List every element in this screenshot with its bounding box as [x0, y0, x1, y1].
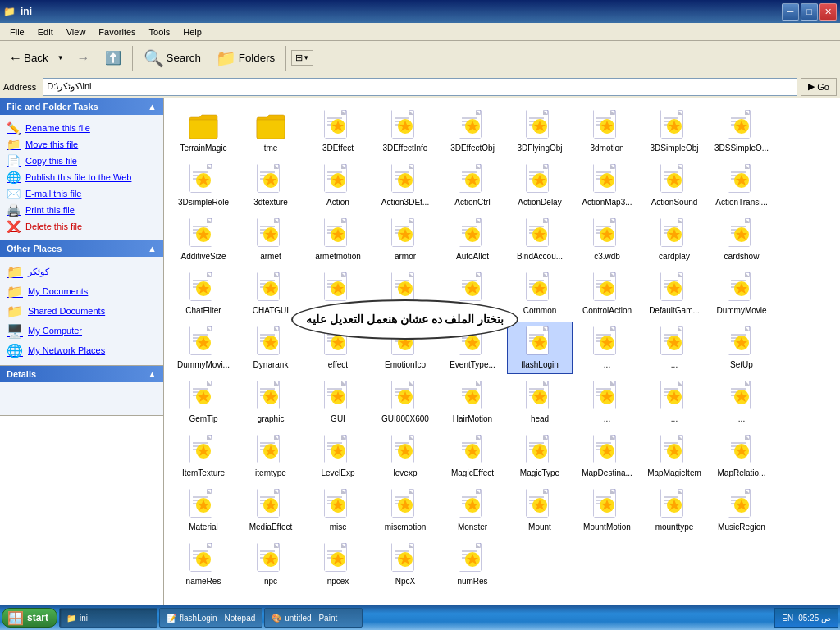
- places-item-my-documents[interactable]: 📁 My Documents: [3, 281, 160, 301]
- file-item[interactable]: Common: [507, 267, 573, 320]
- details-header[interactable]: Details ▲: [0, 366, 163, 382]
- file-item[interactable]: miscmotion: [372, 484, 438, 536]
- file-item[interactable]: EventType...: [440, 322, 505, 374]
- file-item[interactable]: TerrainMagic: [171, 105, 236, 158]
- file-item[interactable]: Mount: [507, 484, 573, 536]
- file-item[interactable]: graphic: [238, 376, 304, 428]
- file-item[interactable]: head: [507, 376, 573, 428]
- file-item[interactable]: MountMotion: [574, 484, 640, 536]
- file-item[interactable]: ...: [574, 376, 640, 428]
- file-item[interactable]: Material: [171, 484, 236, 536]
- file-item[interactable]: itemtype: [238, 430, 304, 482]
- file-item[interactable]: chatSetup: [305, 267, 371, 320]
- search-button[interactable]: 🔍 Search: [138, 45, 207, 71]
- file-item[interactable]: c3.wdb: [574, 213, 640, 266]
- file-item[interactable]: ...: [641, 322, 707, 374]
- file-item[interactable]: GemTip: [171, 376, 236, 428]
- back-button[interactable]: ← Back: [3, 48, 54, 69]
- rename-file-link[interactable]: ✏️ Rename this file: [3, 120, 160, 136]
- delete-file-link[interactable]: ❌ Delete this file: [3, 218, 160, 235]
- file-item[interactable]: npc: [238, 538, 304, 591]
- menu-favorites[interactable]: Favorites: [92, 25, 142, 39]
- file-item[interactable]: Action: [305, 159, 371, 212]
- taskbar-item-notepad[interactable]: 📝 flashLogin - Notepad: [159, 608, 262, 628]
- file-item[interactable]: ActionSound: [641, 159, 707, 212]
- places-item-shared-documents[interactable]: 📁 Shared Documents: [3, 301, 160, 321]
- file-item[interactable]: GUI: [305, 376, 371, 428]
- menu-tools[interactable]: Tools: [143, 25, 177, 39]
- file-item[interactable]: armet: [238, 213, 304, 266]
- file-grid-container[interactable]: TerrainMagictme 3DEffect 3DEffectInfo: [164, 98, 840, 605]
- file-item[interactable]: ...: [641, 376, 707, 428]
- file-item[interactable]: npcex: [305, 538, 371, 591]
- email-file-link[interactable]: ✉️ E-mail this file: [3, 185, 160, 202]
- file-item[interactable]: 3DEffect: [305, 105, 371, 158]
- menu-help[interactable]: Help: [176, 25, 208, 39]
- file-item[interactable]: mounttype: [641, 484, 707, 536]
- file-item[interactable]: ChatTips: [372, 267, 438, 320]
- file-item[interactable]: MagicEffect: [440, 430, 505, 482]
- file-item[interactable]: BindAccou...: [507, 213, 573, 266]
- folders-button[interactable]: 📁 Folders: [210, 45, 281, 71]
- file-item[interactable]: cardshow: [709, 213, 774, 266]
- file-item[interactable]: Cn_Res: [440, 267, 505, 320]
- up-button[interactable]: ⬆️: [99, 47, 127, 69]
- file-item[interactable]: EmotionIco: [372, 322, 438, 374]
- start-button[interactable]: 🪟 start: [2, 608, 57, 628]
- file-item[interactable]: NpcX: [372, 538, 438, 591]
- file-item[interactable]: numRes: [440, 538, 505, 591]
- file-item[interactable]: MapMagicItem: [641, 430, 707, 482]
- file-item[interactable]: ...: [709, 376, 774, 428]
- file-item[interactable]: HairMotion: [440, 376, 505, 428]
- file-item[interactable]: ActionTransi...: [709, 159, 774, 212]
- taskbar-item-paint[interactable]: 🎨 untitled - Paint: [264, 608, 363, 628]
- address-input[interactable]: [43, 78, 797, 96]
- file-item[interactable]: nameRes: [171, 538, 236, 591]
- file-item[interactable]: 3DSimpleObj: [641, 105, 707, 158]
- file-item[interactable]: ActionCtrl: [440, 159, 505, 212]
- forward-button[interactable]: →: [71, 48, 96, 69]
- file-item[interactable]: MusicRegion: [709, 484, 774, 536]
- minimize-button[interactable]: ─: [782, 3, 799, 21]
- close-button[interactable]: ✕: [819, 3, 837, 21]
- file-tasks-header[interactable]: File and Folder Tasks ▲: [0, 98, 163, 115]
- file-item[interactable]: flashLogin: [507, 322, 573, 374]
- print-file-link[interactable]: 🖨️ Print this file: [3, 202, 160, 218]
- file-item[interactable]: CHATGUI: [238, 267, 304, 320]
- file-item[interactable]: misc: [305, 484, 371, 536]
- file-item[interactable]: 3dmotion: [574, 105, 640, 158]
- file-item[interactable]: 3DEffectObj: [440, 105, 505, 158]
- file-item[interactable]: DummyMovi...: [171, 322, 236, 374]
- other-places-header[interactable]: Other Places ▲: [0, 240, 163, 257]
- publish-file-link[interactable]: 🌐 Publish this file to the Web: [3, 169, 160, 185]
- file-item[interactable]: levexp: [372, 430, 438, 482]
- file-item[interactable]: Monster: [440, 484, 505, 536]
- file-item[interactable]: Dynarank: [238, 322, 304, 374]
- file-item[interactable]: Action3DEf...: [372, 159, 438, 212]
- file-item[interactable]: ...: [574, 322, 640, 374]
- places-item-my-computer[interactable]: 🖥️ My Computer: [3, 321, 160, 340]
- file-item[interactable]: MapRelatio...: [709, 430, 774, 482]
- file-item[interactable]: MapDestina...: [574, 430, 640, 482]
- go-button[interactable]: ▶ Go: [801, 78, 837, 96]
- file-item[interactable]: DefaultGam...: [641, 267, 707, 320]
- maximize-button[interactable]: □: [801, 3, 818, 21]
- file-item[interactable]: armor: [372, 213, 438, 266]
- back-nav[interactable]: ← Back ▼: [3, 48, 68, 69]
- file-item[interactable]: AdditiveSize: [171, 213, 236, 266]
- file-item[interactable]: 3DEffectInfo: [372, 105, 438, 158]
- file-item[interactable]: ActionDelay: [507, 159, 573, 212]
- file-item[interactable]: GUI800X600: [372, 376, 438, 428]
- taskbar-item-ini[interactable]: 📁 ini: [59, 608, 158, 628]
- file-item[interactable]: LevelExp: [305, 430, 371, 482]
- places-item-my-network-places[interactable]: 🌐 My Network Places: [3, 340, 160, 360]
- file-item[interactable]: 3DsimpleRole: [171, 159, 236, 212]
- file-item[interactable]: 3dtexture: [238, 159, 304, 212]
- copy-file-link[interactable]: 📄 Copy this file: [3, 153, 160, 169]
- file-item[interactable]: cardplay: [641, 213, 707, 266]
- file-item[interactable]: ItemTexture: [171, 430, 236, 482]
- menu-file[interactable]: File: [3, 25, 31, 39]
- places-item-koikar[interactable]: 📁 کوئکر: [3, 262, 160, 281]
- views-button[interactable]: ⊞ ▼: [291, 50, 313, 66]
- file-item[interactable]: ControlAction: [574, 267, 640, 320]
